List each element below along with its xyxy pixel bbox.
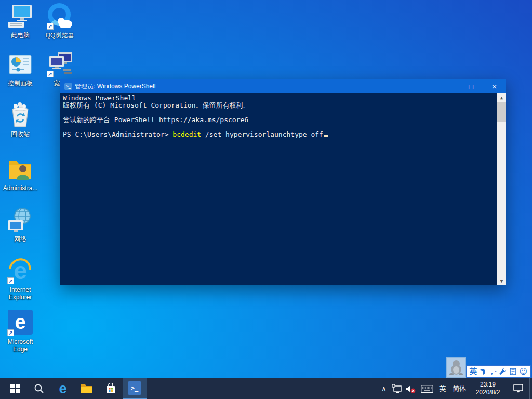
action-center-button[interactable] (507, 378, 529, 399)
search-icon (34, 383, 44, 394)
desktop-icon-recycle-bin[interactable]: 回收站 (0, 102, 41, 138)
desktop-icon-label: Microsoft Edge (0, 338, 41, 353)
ethernet-network-icon (392, 384, 402, 393)
console-output[interactable]: Windows PowerShell 版权所有 (C) Microsoft Co… (60, 93, 506, 285)
desktop-icon-internet-explorer[interactable]: e ↗ Internet Explorer (0, 258, 41, 301)
scrollbar-down-arrow-icon[interactable]: ▼ (497, 276, 506, 285)
desktop-icon-network[interactable]: 网络 (0, 207, 41, 243)
clock-time: 23:19 (480, 381, 496, 389)
folder-icon (81, 383, 93, 394)
console-line: 版权所有 (C) Microsoft Corporation。保留所有权利。 (63, 102, 496, 109)
desktop-icon-label: QQ浏览器 (39, 32, 80, 39)
console-cursor (324, 135, 328, 137)
desktop-icon-control-panel[interactable]: 控制面板 (0, 51, 41, 87)
edge-icon: e (59, 382, 66, 396)
desktop: { "desktop": { "icons": [ { "id": "this-… (0, 0, 532, 399)
maximize-button[interactable]: □ (459, 79, 483, 93)
this-pc-icon (7, 3, 34, 30)
qq-browser-icon: ↗ (46, 3, 73, 30)
tray-input-language-indicator[interactable]: 英 (436, 378, 449, 399)
desktop-icon-this-pc[interactable]: 此电脑 (0, 3, 41, 39)
window-titlebar[interactable]: >_ 管理员: Windows PowerShell — □ × (60, 79, 506, 93)
recycle-bin-icon (7, 102, 34, 129)
start-button[interactable] (3, 378, 27, 399)
console-command: bcdedit (172, 130, 201, 138)
console-blank-line (63, 109, 496, 116)
console-blank-line (63, 124, 496, 131)
ime-wrench-icon[interactable] (499, 366, 507, 377)
taskbar-store-button[interactable] (99, 378, 123, 399)
minimize-button[interactable]: — (436, 79, 459, 93)
console-command-args: /set hypervisorlaunchtype off (201, 130, 323, 138)
desktop-icon-label: 网络 (0, 235, 41, 243)
scrollbar-up-arrow-icon[interactable]: ▲ (497, 93, 506, 102)
console-line: 尝试新的跨平台 PowerShell https://aka.ms/pscore… (63, 116, 496, 124)
microsoft-store-icon (105, 383, 116, 394)
desktop-icon-label: Administra... (0, 184, 41, 192)
shortcut-arrow-icon: ↗ (47, 71, 54, 77)
clock-date: 2020/8/2 (476, 389, 500, 396)
desktop-icon-microsoft-edge[interactable]: e ↗ Microsoft Edge (0, 310, 41, 353)
desktop-icon-label: 此电脑 (0, 32, 41, 39)
desktop-icon-label: 回收站 (0, 130, 41, 138)
volume-muted-icon (406, 384, 416, 393)
desktop-icon-admin-folder[interactable]: Administra... (0, 156, 41, 192)
tray-clock[interactable]: 23:19 2020/8/2 (469, 378, 507, 399)
shortcut-arrow-icon: ↗ (7, 277, 14, 284)
desktop-icon-qq-browser[interactable]: ↗ QQ浏览器 (39, 3, 80, 39)
scrollbar-thumb[interactable] (497, 102, 506, 122)
search-button[interactable] (27, 378, 51, 399)
powershell-icon: >_ (64, 83, 72, 90)
ime-emoji-smiley-icon[interactable]: ☺ (519, 366, 527, 377)
ime-language-toggle[interactable]: 英 (470, 366, 477, 377)
window-title: 管理员: Windows PowerShell (75, 82, 436, 91)
console-scrollbar[interactable]: ▲ ▼ (497, 93, 506, 285)
powershell-icon: >_ (128, 381, 141, 395)
taskbar-powershell-button[interactable]: >_ (123, 378, 147, 399)
taskbar: e >_ ∧ (0, 378, 532, 399)
network-icon (7, 207, 34, 234)
powershell-window: >_ 管理员: Windows PowerShell — □ × Windows… (60, 79, 506, 285)
desktop-icon-label: Internet Explorer (0, 286, 41, 301)
shortcut-arrow-icon: ↗ (47, 23, 54, 30)
console-line: Windows PowerShell (63, 95, 496, 102)
system-tray: ∧ 英 简体 23: (378, 378, 532, 399)
ime-punctuation-toggle[interactable]: ，· (488, 366, 496, 377)
broadband-icon: ↗ (46, 51, 73, 78)
ime-toolbar: 英 ，· ☺ (466, 365, 531, 378)
tray-show-hidden-icons[interactable]: ∧ (378, 378, 390, 399)
action-center-icon (513, 384, 523, 393)
qq-login-avatar[interactable] (446, 357, 466, 378)
windows-logo-icon (10, 384, 20, 393)
tray-touch-keyboard-button[interactable] (418, 378, 436, 399)
keyboard-icon (421, 385, 433, 393)
ime-fullwidth-moon-icon[interactable] (480, 366, 485, 377)
penguin-icon (449, 360, 463, 375)
microsoft-edge-icon: e ↗ (7, 310, 34, 337)
internet-explorer-icon: e ↗ (7, 258, 34, 285)
control-panel-icon (7, 51, 34, 78)
show-desktop-button[interactable] (529, 378, 532, 399)
shortcut-arrow-icon: ↗ (7, 329, 14, 336)
ime-input-panel-icon[interactable] (510, 366, 516, 377)
console-prompt-line: PS C:\Users\Administrator> bcdedit /set … (63, 131, 496, 138)
taskbar-edge-button[interactable]: e (51, 378, 75, 399)
tray-network-button[interactable] (390, 378, 404, 399)
desktop-icon-label: 控制面板 (0, 79, 41, 87)
tray-volume-button[interactable] (404, 378, 418, 399)
taskbar-file-explorer-button[interactable] (75, 378, 99, 399)
console-prompt: PS C:\Users\Administrator> (63, 130, 172, 138)
close-button[interactable]: × (483, 79, 506, 93)
tray-ime-scheme-indicator[interactable]: 简体 (449, 378, 469, 399)
user-folder-icon (7, 156, 34, 183)
